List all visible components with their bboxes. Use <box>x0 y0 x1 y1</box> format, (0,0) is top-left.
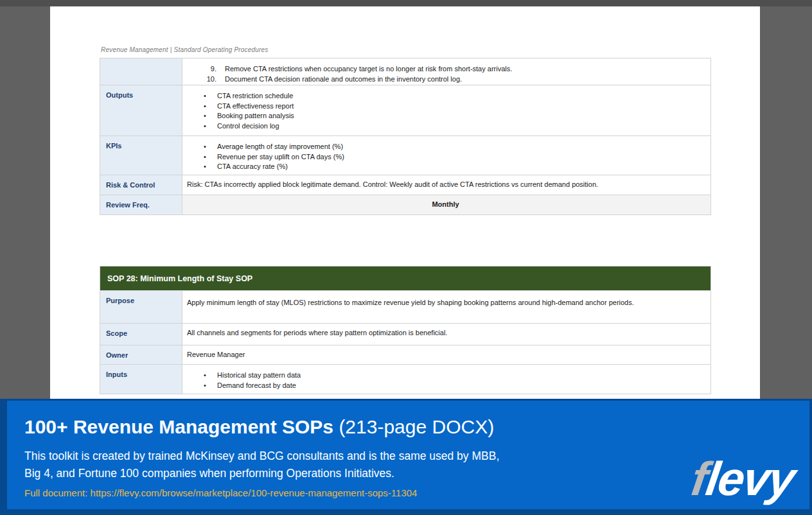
purpose-text: Apply minimum length of stay (MLOS) rest… <box>187 296 666 308</box>
list-item: 10. Document CTA decision rationale and … <box>204 74 704 85</box>
list-item: •Booking pattern analysis <box>204 111 704 121</box>
table-row-outputs: Outputs •CTA restriction schedule •CTA e… <box>100 85 710 135</box>
list-item: •Demand forecast by date <box>204 381 704 391</box>
table-row-risk-control: Risk & Control Risk: CTAs incorrectly ap… <box>100 175 710 195</box>
document-running-header: Revenue Management | Standard Operating … <box>101 46 269 53</box>
backdrop-top-strip <box>0 0 812 6</box>
scope-cell: All channels and segments for periods wh… <box>182 324 710 345</box>
row-label: Scope <box>100 324 182 345</box>
flevy-logo: flevy <box>689 455 797 503</box>
table-row-owner: Owner Revenue Manager <box>100 345 710 364</box>
table-row-inputs: Inputs •Historical stay pattern data •De… <box>100 364 710 394</box>
bullet-icon: • <box>204 381 209 391</box>
list-item: •Revenue per stay uplift on CTA days (%) <box>204 152 704 162</box>
outputs-cell: •CTA restriction schedule •CTA effective… <box>182 85 710 135</box>
table-row-procedure-continuation: 9. Remove CTA restrictions when occupanc… <box>100 58 710 85</box>
row-label: Inputs <box>100 365 182 394</box>
promo-banner-inner: 100+ Revenue Management SOPs (213-page D… <box>7 401 809 509</box>
bullet-icon: • <box>204 371 209 381</box>
review-freq-value: Monthly <box>182 195 710 214</box>
document-page: Revenue Management | Standard Operating … <box>50 6 760 399</box>
risk-control-cell: Risk: CTAs incorrectly applied block leg… <box>182 175 710 195</box>
list-item: •Historical stay pattern data <box>204 371 704 381</box>
row-label: Owner <box>100 345 182 364</box>
row-label: Risk & Control <box>100 175 182 195</box>
screenshot-stage: Revenue Management | Standard Operating … <box>0 0 812 515</box>
row-label: Purpose <box>100 291 182 323</box>
list-item: •Control decision log <box>204 121 704 132</box>
banner-title-rest: (213-page DOCX) <box>333 416 494 437</box>
list-number: 9. <box>204 64 216 74</box>
flevy-logo-levy: levy <box>703 452 798 505</box>
table-row-kpis: KPIs •Average length of stay improvement… <box>100 135 710 175</box>
purpose-cell: Apply minimum length of stay (MLOS) rest… <box>182 291 710 323</box>
table-row-review-freq: Review Freq. Monthly <box>100 195 710 214</box>
list-item: •CTA accuracy rate (%) <box>204 162 704 172</box>
table-row-purpose: Purpose Apply minimum length of stay (ML… <box>100 290 710 323</box>
sop28-table: SOP 28: Minimum Length of Stay SOP Purpo… <box>100 266 711 394</box>
bullet-list: •Average length of stay improvement (%) … <box>204 141 704 172</box>
promo-banner: 100+ Revenue Management SOPs (213-page D… <box>0 399 812 515</box>
inputs-cell: •Historical stay pattern data •Demand fo… <box>182 365 710 394</box>
numbered-list: 9. Remove CTA restrictions when occupanc… <box>204 64 704 84</box>
banner-title: 100+ Revenue Management SOPs (213-page D… <box>24 416 809 438</box>
list-item: 9. Remove CTA restrictions when occupanc… <box>204 64 704 74</box>
row-label: Outputs <box>100 85 182 135</box>
row-label: KPIs <box>100 136 182 175</box>
kpis-cell: •Average length of stay improvement (%) … <box>182 136 710 175</box>
procedure-steps-cell: 9. Remove CTA restrictions when occupanc… <box>182 58 710 85</box>
bullet-icon: • <box>204 142 209 152</box>
list-number: 10. <box>204 74 216 85</box>
bullet-icon: • <box>204 162 209 172</box>
label-cell-empty <box>100 58 182 85</box>
bullet-list: •Historical stay pattern data •Demand fo… <box>204 370 704 390</box>
bullet-list: •CTA restriction schedule •CTA effective… <box>204 91 704 131</box>
bullet-icon: • <box>204 152 209 162</box>
list-item: •Average length of stay improvement (%) <box>204 142 704 152</box>
banner-title-bold: 100+ Revenue Management SOPs <box>24 416 333 437</box>
bullet-icon: • <box>204 101 209 112</box>
owner-cell: Revenue Manager <box>182 345 710 364</box>
bullet-icon: • <box>204 121 209 132</box>
row-label: Review Freq. <box>100 195 182 214</box>
bullet-icon: • <box>204 91 209 101</box>
list-item: •CTA effectiveness report <box>204 101 704 112</box>
sop28-table-header: SOP 28: Minimum Length of Stay SOP <box>100 266 710 290</box>
bullet-icon: • <box>204 111 209 121</box>
cta-sop-table: 9. Remove CTA restrictions when occupanc… <box>100 58 711 215</box>
banner-description-line1: This toolkit is created by trained McKin… <box>24 448 809 465</box>
list-item: •CTA restriction schedule <box>204 91 704 101</box>
table-row-scope: Scope All channels and segments for peri… <box>100 323 710 345</box>
